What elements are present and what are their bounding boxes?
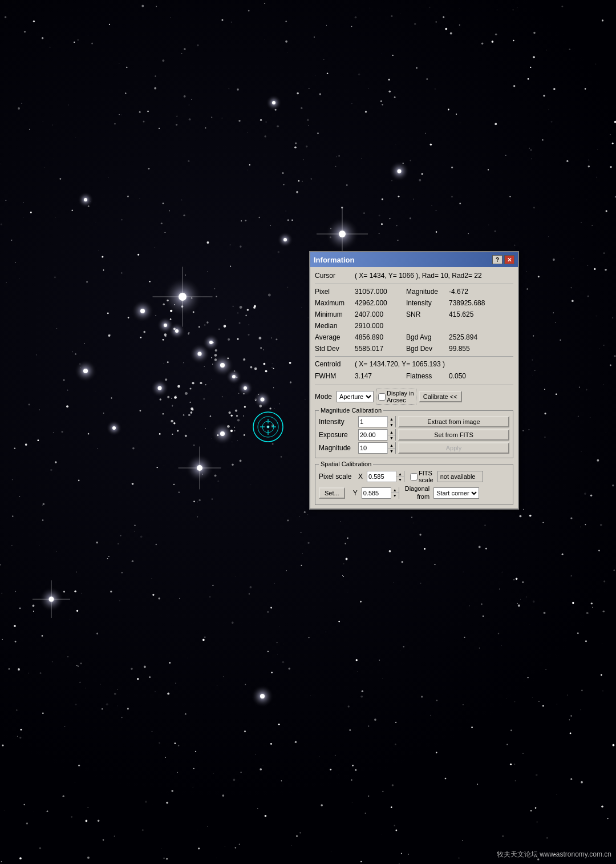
pixel-magnitude-row: Pixel 31057.000 Magnitude -4.672 [315, 286, 513, 297]
magnitude-calib-label: Magnitude [319, 444, 356, 452]
intensity-spin-down[interactable]: ▼ [388, 422, 395, 428]
spatial-calibration-fieldset: Spatial Calibration Pixel scale X ▲ ▼ FI… [315, 461, 513, 504]
not-available-field: not available [437, 471, 483, 482]
minimum-value: 2407.000 [355, 309, 406, 320]
maximum-label: Maximum [315, 298, 355, 308]
dialog-body: Cursor ( X= 1434, Y= 1066 ), Rad= 10, Ra… [310, 267, 518, 508]
mode-row: Mode Aperture Profile FWHM Display inArc… [315, 389, 513, 405]
exposure-input[interactable] [359, 430, 387, 440]
set-button[interactable]: Set... [319, 487, 345, 499]
bgd-dev-value: 99.855 [449, 344, 470, 354]
minimum-snr-row: Minimum 2407.000 SNR 415.625 [315, 309, 513, 320]
pixel-scale-x-spinbox: ▲ ▼ [367, 471, 404, 482]
dialog-title: Information [314, 256, 355, 264]
pixel-scale-y-row: Set... Y ▲ ▼ Diagonalfrom Start corner C… [319, 485, 509, 500]
bgd-avg-label: Bgd Avg [406, 332, 449, 342]
diagonal-from-label: Diagonalfrom [405, 485, 429, 500]
centroid-label: Centroid [315, 359, 355, 370]
mode-label: Mode [315, 393, 332, 401]
intensity-spin-up[interactable]: ▲ [388, 416, 395, 422]
average-bgdavg-row: Average 4856.890 Bgd Avg 2525.894 [315, 332, 513, 342]
magnitude-label: Magnitude [406, 286, 449, 297]
pixel-scale-x-spin-down[interactable]: ▼ [396, 477, 404, 483]
pixel-scale-y-spin-down[interactable]: ▼ [391, 493, 399, 499]
pixel-scale-label: Pixel scale [319, 473, 356, 481]
exposure-spinbox: ▲ ▼ [358, 429, 396, 441]
titlebar-buttons: ? ✕ [492, 255, 514, 264]
intensity-calib-label: Intensity [319, 418, 356, 426]
intensity-input[interactable] [359, 417, 387, 427]
information-dialog: Information ? ✕ Cursor ( X= 1434, Y= 106… [309, 251, 519, 510]
magnitude-spin-arrows: ▲ ▼ [387, 442, 395, 454]
magnitude-input[interactable] [359, 443, 387, 453]
set-from-fits-button[interactable]: Set from FITS [398, 429, 509, 441]
pixel-scale-y-spinbox: ▲ ▼ [362, 487, 399, 499]
centroid-value: ( X= 1434.720, Y= 1065.193 ) [355, 359, 445, 370]
pixel-scale-x-input[interactable] [367, 471, 396, 482]
pixel-label: Pixel [315, 286, 355, 297]
watermark: 牧夫天文论坛 www.astronomy.com.cn [497, 850, 611, 859]
average-label: Average [315, 332, 355, 342]
magnitude-spin-down[interactable]: ▼ [388, 449, 395, 454]
intensity-spinbox: ▲ ▼ [358, 416, 396, 427]
y-label: Y [353, 489, 358, 497]
fits-scale-checkbox-label[interactable]: FITSscale [410, 470, 433, 483]
display-arcsec-checkbox[interactable] [378, 393, 386, 401]
cursor-label: Cursor [315, 270, 355, 281]
exposure-spin-up[interactable]: ▲ [388, 429, 395, 435]
apply-button[interactable]: Apply [398, 442, 509, 454]
help-button[interactable]: ? [492, 255, 502, 264]
diagonal-from-select[interactable]: Start corner Center [433, 487, 479, 499]
snr-value: 415.625 [449, 309, 473, 320]
pixel-scale-y-spin-arrows: ▲ ▼ [391, 487, 399, 499]
std-dev-label: Std Dev [315, 344, 355, 354]
exposure-label: Exposure [319, 431, 356, 439]
magnitude-calibration-fieldset: Magnitude Calibration Intensity ▲ ▼ Extr… [315, 407, 513, 458]
flatness-value: 0.050 [449, 371, 466, 381]
magnitude-calib-row: Magnitude ▲ ▼ Apply [319, 442, 509, 454]
flatness-label: Flatness [406, 371, 449, 381]
fits-scale-text: FITSscale [419, 470, 433, 483]
median-value: 2910.000 [355, 321, 406, 331]
exposure-spin-arrows: ▲ ▼ [387, 429, 395, 441]
intensity-value: 738925.688 [449, 298, 485, 308]
bgd-avg-value: 2525.894 [449, 332, 477, 342]
pixel-scale-x-spin-up[interactable]: ▲ [396, 471, 404, 477]
pixel-scale-y-input[interactable] [362, 488, 391, 498]
maximum-value: 42962.000 [355, 298, 406, 308]
fwhm-label: FWHM [315, 371, 355, 381]
fwhm-flatness-row: FWHM 3.147 Flatness 0.050 [315, 371, 513, 381]
pixel-value: 31057.000 [355, 286, 406, 297]
calibrate-button[interactable]: Calibrate << [419, 391, 462, 402]
magnitude-value: -4.672 [449, 286, 468, 297]
pixel-scale-x-spin-arrows: ▲ ▼ [396, 471, 404, 482]
mode-select[interactable]: Aperture Profile FWHM [337, 391, 374, 402]
display-arcsec-label[interactable]: Display inArcsec [376, 389, 416, 405]
magnitude-spin-up[interactable]: ▲ [388, 442, 395, 449]
average-value: 4856.890 [355, 332, 406, 342]
snr-label: SNR [406, 309, 449, 320]
x-label: X [358, 473, 363, 481]
cursor-row: Cursor ( X= 1434, Y= 1066 ), Rad= 10, Ra… [315, 270, 513, 281]
pixel-scale-x-row: Pixel scale X ▲ ▼ FITSscale not availabl… [319, 470, 509, 483]
exposure-spin-down[interactable]: ▼ [388, 435, 395, 441]
intensity-calib-row: Intensity ▲ ▼ Extract from image [319, 416, 509, 427]
fits-scale-checkbox[interactable] [410, 473, 418, 481]
close-button[interactable]: ✕ [504, 255, 514, 264]
spatial-calib-legend: Spatial Calibration [319, 461, 373, 467]
intensity-label: Intensity [406, 298, 449, 308]
magnitude-spinbox: ▲ ▼ [358, 442, 396, 454]
centroid-row: Centroid ( X= 1434.720, Y= 1065.193 ) [315, 359, 513, 370]
mag-calib-legend: Magnitude Calibration [319, 407, 383, 414]
stddev-bgddev-row: Std Dev 5585.017 Bgd Dev 99.855 [315, 344, 513, 354]
extract-from-image-button[interactable]: Extract from image [398, 416, 509, 427]
display-arcsec-text: Display inArcsec [387, 390, 414, 403]
dialog-titlebar: Information ? ✕ [310, 252, 518, 267]
starfield-canvas [0, 0, 616, 864]
pixel-scale-y-spin-up[interactable]: ▲ [391, 487, 399, 494]
fwhm-value: 3.147 [355, 371, 406, 381]
exposure-calib-row: Exposure ▲ ▼ Set from FITS [319, 429, 509, 441]
minimum-label: Minimum [315, 309, 355, 320]
median-label: Median [315, 321, 355, 331]
maximum-intensity-row: Maximum 42962.000 Intensity 738925.688 [315, 298, 513, 308]
